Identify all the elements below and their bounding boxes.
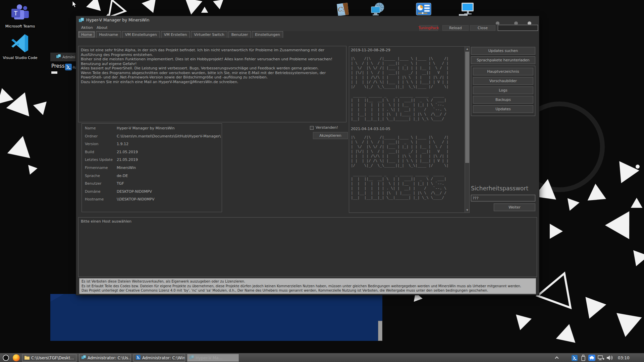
window-menubar: Aktion About TuningPack Reload Close: [76, 24, 539, 31]
log-timestamp: 2019-11-20-08-28-29: [351, 48, 464, 52]
table-row: NameHyper-V Manager by MinersWin: [82, 126, 222, 134]
updates-button[interactable]: Updates: [473, 105, 533, 113]
log-timestamp: 2021-04-14-03-10-05: [351, 127, 464, 131]
ascii-art-slant: |\ /|\ /|_____ |____ \ |____ |\ /| | \ /…: [351, 135, 464, 168]
hyperv-icon: [56, 54, 61, 60]
verstanden-label: Verstanden!: [316, 125, 338, 130]
control-panel-icon[interactable]: [416, 3, 431, 17]
network-globe-icon[interactable]: [370, 2, 385, 18]
table-row: Hostname\\DESKTOP-NID0MPV: [82, 197, 222, 205]
ascii-art-block: ______ ______ _ _ ______ ______ _____ | …: [351, 172, 464, 200]
start-button[interactable]: [3, 355, 9, 361]
hyperv-icon: [82, 355, 86, 361]
table-row: FirmennameMinersWin: [82, 166, 222, 174]
table-row: DomäneDESKTOP-NID0MPV: [82, 189, 222, 197]
tray-usb-icon[interactable]: [581, 355, 586, 362]
firefox-icon[interactable]: [13, 354, 20, 361]
tray-network-icon[interactable]: [598, 355, 604, 362]
taskbar: C:\Users\TGF\Deskt... Administrator: C:\…: [0, 353, 644, 362]
tab-bar: Home Hostname VM Einstellungen VM Erstel…: [78, 31, 283, 38]
svg-text:C:: C:: [337, 6, 344, 13]
ascii-art-block: ______ ______ _ _ ______ ______ _____ | …: [351, 93, 464, 121]
vorschaubilder-button[interactable]: Vorschaubilder: [473, 77, 533, 85]
table-row: Sprachede-DE: [82, 174, 222, 182]
tray-powershell-icon[interactable]: [572, 355, 578, 362]
tray-app-icon[interactable]: [588, 355, 595, 362]
taskbar-item-console1[interactable]: Administrator: C:\Us...: [79, 354, 131, 362]
computer-icon[interactable]: [458, 2, 474, 18]
weiter-button[interactable]: Weiter: [494, 203, 535, 211]
tab-vm-erstellen[interactable]: VM Erstellen: [161, 31, 190, 38]
tuningpack-button[interactable]: TuningPack: [419, 25, 438, 31]
taskbar-item-explorer[interactable]: C:\Users\TGF\Deskt...: [22, 354, 76, 362]
reload-button[interactable]: Reload: [442, 25, 469, 31]
log-entry: 2021-04-14-03-10-05 |\ /|\ /|_____ |____…: [351, 127, 464, 200]
svg-text:T: T: [14, 10, 18, 17]
host-hint-text: Bitte einen Host auswählen: [81, 219, 131, 224]
hyperv-icon: [190, 355, 194, 361]
console-titlebar[interactable]: Admini: [50, 53, 78, 61]
toolbar-textbox[interactable]: [498, 25, 538, 31]
window-titlebar[interactable]: Hyper-V Manager by MinersWin: [76, 16, 539, 24]
desktop-icon-label: Microsoft Teams: [0, 24, 40, 28]
microsoft-teams-icon: T: [9, 16, 31, 23]
taskbar-clock[interactable]: 03:10: [618, 356, 630, 360]
table-row: Version1.9.12: [82, 142, 222, 150]
host-status-panel: Bitte einen Host auswählen: [78, 217, 537, 277]
logs-button[interactable]: Logs: [473, 86, 533, 94]
table-row: Build21.05.2019: [82, 150, 222, 158]
table-row: BenutzerTGF: [82, 181, 222, 189]
scroll-up-arrow[interactable]: ▲: [465, 47, 470, 51]
table-row: OrdnerC:\Users\m.mantel\Documents\GitHub…: [82, 134, 222, 142]
log-entry: 2019-11-20-08-28-29 |\ /|\ /|_____ |____…: [351, 48, 464, 121]
sicherheitspasswort-label: Sicherheitspasswort: [471, 185, 528, 192]
tab-vm-einstellungen[interactable]: VM Einstellungen: [122, 31, 160, 38]
scrollbar-thumb[interactable]: [465, 52, 469, 163]
verstanden-checkbox[interactable]: [310, 126, 314, 130]
desktop-icon-label: Visual Studio Code: [0, 56, 40, 60]
ascii-art-slant: |\ /|\ /|_____ |____ \ |____ |\ /| | \ /…: [351, 56, 464, 89]
akzeptieren-button[interactable]: Akzeptieren: [313, 132, 348, 139]
scroll-down-arrow[interactable]: ▼: [465, 208, 470, 213]
sprachpakete-button[interactable]: Sprachpakete herunterladen: [471, 56, 535, 64]
tab-hostname[interactable]: Hostname: [96, 31, 121, 38]
menu-aktion[interactable]: Aktion: [81, 25, 93, 30]
desktop-icon-teams[interactable]: T Microsoft Teams: [0, 4, 40, 28]
tab-home[interactable]: Home: [78, 31, 95, 38]
hauptverzeichnis-button[interactable]: Hauptverzeichnis: [473, 68, 533, 75]
taskbar-item-hyperv-manager[interactable]: Hyper-V Ma...: [187, 354, 239, 362]
taskbar-item-powershell[interactable]: Administrator: C:\Win...: [133, 354, 185, 362]
tray-volume-icon[interactable]: [606, 355, 614, 362]
powershell-icon: [136, 355, 141, 361]
backups-button[interactable]: Backups: [473, 96, 533, 104]
tray-expand-caret[interactable]: [555, 356, 558, 360]
desktop-icon-vscode[interactable]: Visual Studio Code: [0, 34, 40, 60]
update-log-panel: 2019-11-20-08-28-29 |\ /|\ /|_____ |____…: [349, 46, 470, 213]
mouse-cursor: [72, 1, 77, 8]
sicherheitspasswort-input[interactable]: [471, 195, 535, 201]
hyperv-manager-window: Hyper-V Manager by MinersWin Aktion Abou…: [76, 16, 539, 295]
console-cursor: [51, 71, 57, 74]
vscode-icon: [10, 48, 30, 54]
tab-einstellungen[interactable]: Einstellungen: [252, 31, 283, 38]
console-press-text: Press: [51, 63, 64, 69]
intro-text: Dies ist eine sehr frühe Alpha, in der s…: [78, 46, 346, 122]
hyperv-app-icon: [79, 18, 84, 24]
chocolatey-icon[interactable]: C:: [335, 2, 350, 17]
background-console-window[interactable]: Admini Press ад(: [50, 53, 78, 294]
folder-icon: [24, 355, 30, 361]
powershell-icon: [65, 64, 72, 72]
menu-about[interactable]: About: [97, 25, 108, 30]
close-button[interactable]: Close: [470, 25, 495, 31]
window-title: Hyper-V Manager by MinersWin: [86, 18, 149, 22]
info-table: NameHyper-V Manager by MinersWin OrdnerC…: [82, 123, 222, 212]
table-row: Letztes Update21.05.2019: [82, 158, 222, 166]
tab-benutzer[interactable]: Benutzer: [228, 31, 251, 38]
tab-virtueller-switch[interactable]: Virtueller Switch: [191, 31, 227, 38]
ps-window-scrollbar[interactable]: [378, 321, 382, 341]
updates-suchen-button[interactable]: Updates suchen: [471, 47, 535, 55]
console-title: Admini: [62, 55, 75, 59]
license-text: Es ist Verboten diese Dateien Weiterzuve…: [79, 278, 536, 294]
log-scrollbar[interactable]: ▲ ▼: [465, 47, 469, 213]
